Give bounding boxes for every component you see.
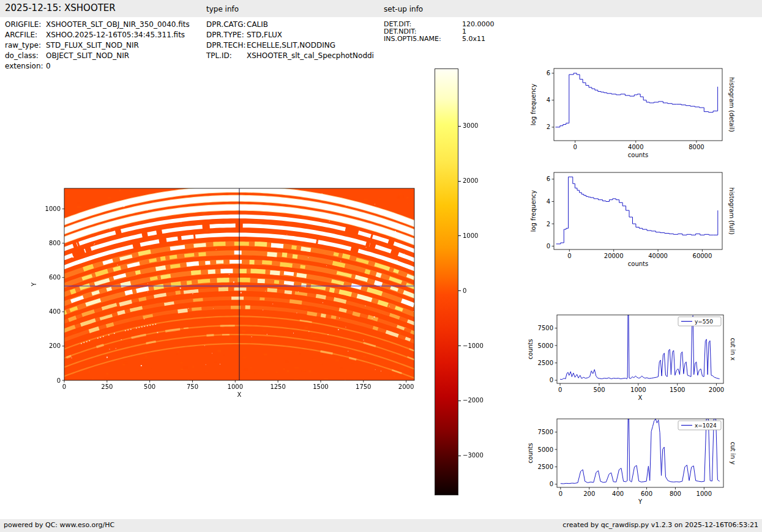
svg-text:60000: 60000	[693, 253, 712, 259]
footer-created-by: created by qc_rawdisp.py v1.2.3 on 2025-…	[562, 521, 758, 529]
histogram-detail-plot: 040008000246countslog frequencyhistogram…	[523, 61, 738, 170]
meta-value: XSHOOTER_SLT_OBJ_NIR_350_0040.fits	[46, 20, 190, 29]
page-title: 2025-12-15: XSHOOTER	[5, 2, 116, 13]
meta-value: 5.0x11	[462, 35, 485, 43]
meta-row: raw_type:STD_FLUX_SLIT_NOD_NIR	[5, 40, 190, 51]
meta-label: extension:	[5, 61, 46, 72]
meta-value: OBJECT_SLIT_NOD_NIR	[46, 51, 129, 60]
colorbar-tick-label: −2000	[463, 397, 484, 404]
svg-text:log frequency: log frequency	[530, 84, 537, 126]
setup-info-heading: set-up info	[384, 5, 423, 13]
svg-text:8000: 8000	[689, 144, 704, 150]
svg-text:500: 500	[593, 386, 605, 393]
svg-text:counts: counts	[628, 260, 648, 267]
setup-info-block: DET.DIT:120.0000 DET.NDIT:1 INS.OPTI5.NA…	[384, 21, 495, 43]
colorbar-tick	[458, 401, 461, 401]
svg-text:20000: 20000	[604, 253, 624, 259]
meta-value: 120.0000	[462, 20, 495, 28]
colorbar-gradient	[435, 68, 458, 495]
colorbar-tick	[458, 345, 461, 346]
meta-label: DPR.TYPE:	[206, 30, 247, 40]
svg-text:1500: 1500	[313, 383, 328, 390]
svg-text:x=1024: x=1024	[695, 423, 717, 429]
svg-text:histogram (full): histogram (full)	[728, 187, 735, 234]
svg-text:X: X	[237, 391, 242, 398]
colorbar-tick-label: −3000	[463, 452, 484, 459]
header-bar: 2025-12-15: XSHOOTER type info set-up in…	[0, 0, 762, 17]
colorbar-tick-label: 0	[463, 287, 466, 294]
svg-text:2: 2	[547, 124, 550, 130]
svg-text:Y: Y	[638, 498, 643, 505]
svg-text:y=550: y=550	[695, 319, 713, 325]
svg-text:1000: 1000	[630, 386, 646, 393]
colorbar-tick	[458, 456, 461, 456]
meta-row: extension:0	[5, 61, 190, 72]
meta-label: INS.OPTI5.NAME:	[384, 35, 462, 43]
meta-row: ARCFILE:XSHOO.2025-12-16T05:34:45.311.fi…	[5, 30, 190, 40]
colorbar-tick	[458, 290, 461, 291]
svg-text:4: 4	[547, 198, 550, 205]
svg-text:800: 800	[49, 240, 61, 246]
svg-text:cut in y: cut in y	[730, 441, 736, 464]
svg-text:0: 0	[550, 377, 553, 383]
svg-text:5000: 5000	[538, 342, 553, 349]
file-info-block: ORIGFILE:XSHOOTER_SLT_OBJ_NIR_350_0040.f…	[5, 20, 190, 72]
meta-label: DPR.TECH:	[206, 40, 247, 51]
colorbar-tick	[458, 126, 461, 127]
cut-in-y-plot: 020040060080010000250050007500Ycountscut…	[523, 412, 738, 514]
svg-text:4000: 4000	[628, 144, 643, 150]
svg-text:7500: 7500	[538, 429, 553, 435]
type-info-heading: type info	[206, 5, 239, 13]
svg-text:2500: 2500	[538, 464, 553, 470]
svg-text:counts: counts	[628, 152, 648, 158]
svg-text:4: 4	[547, 97, 550, 103]
colorbar: 3000200010000−1000−2000−3000	[428, 61, 502, 508]
svg-text:600: 600	[49, 274, 61, 281]
svg-text:400: 400	[612, 490, 624, 497]
meta-label: TPL.ID:	[206, 51, 247, 61]
svg-text:1000: 1000	[228, 383, 243, 390]
meta-row: TPL.ID:XSHOOTER_slt_cal_SpecphotNoddi	[206, 51, 374, 61]
meta-value: XSHOO.2025-12-16T05:34:45.311.fits	[46, 31, 185, 39]
svg-text:0: 0	[573, 144, 577, 150]
raw-image-plot: 0250500750100012501500175020000200400600…	[24, 181, 447, 406]
cut-in-x-plot: 05001000150020000250050007500Xcountscut …	[523, 308, 738, 410]
meta-value: 0	[46, 62, 51, 70]
meta-row: DPR.TECH:ECHELLE,SLIT,NODDING	[206, 40, 374, 51]
svg-text:600: 600	[641, 490, 652, 497]
svg-text:histogram (detail): histogram (detail)	[728, 77, 735, 132]
svg-text:2: 2	[547, 221, 550, 227]
svg-text:0: 0	[62, 383, 66, 390]
svg-text:counts: counts	[527, 443, 534, 463]
svg-text:1000: 1000	[45, 205, 61, 212]
svg-text:200: 200	[583, 490, 595, 497]
svg-text:40000: 40000	[648, 253, 668, 259]
svg-text:0: 0	[57, 377, 61, 384]
svg-text:log frequency: log frequency	[530, 190, 537, 232]
histogram-full-plot: 02000040000600000246countslog frequencyh…	[523, 165, 738, 274]
meta-value: STD,FLUX	[247, 31, 282, 39]
meta-row: DPR.TYPE:STD,FLUX	[206, 30, 374, 40]
svg-text:200: 200	[49, 342, 61, 349]
meta-value: XSHOOTER_slt_cal_SpecphotNoddi	[247, 51, 374, 60]
meta-value: CALIB	[247, 20, 268, 29]
svg-text:0: 0	[558, 386, 562, 393]
colorbar-tick	[458, 235, 461, 236]
svg-text:6: 6	[547, 175, 550, 182]
svg-text:400: 400	[49, 308, 61, 315]
svg-text:250: 250	[101, 383, 113, 390]
colorbar-tick-label: 2000	[463, 177, 478, 184]
meta-row: DPR.CATG:CALIB	[206, 20, 374, 30]
colorbar-tick-label: 3000	[463, 122, 478, 129]
meta-label: DPR.CATG:	[206, 20, 247, 30]
svg-text:500: 500	[144, 383, 155, 390]
meta-value: ECHELLE,SLIT,NODDING	[247, 41, 335, 50]
meta-row: INS.OPTI5.NAME:5.0x11	[384, 35, 495, 43]
meta-label: do_class:	[5, 51, 46, 61]
svg-text:0: 0	[567, 253, 571, 259]
svg-text:6: 6	[547, 70, 550, 76]
svg-text:800: 800	[670, 490, 681, 497]
svg-text:cut in x: cut in x	[730, 338, 736, 360]
colorbar-tick-label: 1000	[463, 232, 478, 239]
svg-text:0: 0	[559, 490, 562, 497]
